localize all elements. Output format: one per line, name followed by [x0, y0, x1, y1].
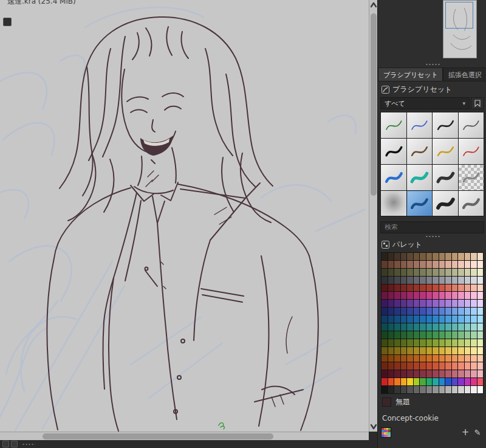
palette-swatch[interactable] [394, 362, 400, 370]
palette-swatch[interactable] [382, 300, 388, 307]
palette-swatch[interactable] [407, 300, 413, 307]
palette-swatch[interactable] [439, 370, 445, 377]
palette-swatch[interactable] [401, 277, 407, 284]
palette-swatch[interactable] [407, 261, 413, 268]
canvas-tab-icon-1[interactable] [2, 441, 9, 447]
palette-swatch[interactable] [445, 269, 451, 276]
palette-swatch[interactable] [445, 315, 451, 323]
palette-swatch[interactable] [433, 315, 439, 323]
palette-swatch[interactable] [414, 308, 420, 315]
palette-swatch[interactable] [433, 292, 439, 299]
palette-swatch[interactable] [458, 253, 464, 260]
canvas-vertical-scrollbar[interactable] [369, 0, 377, 432]
overview-viewport-rect[interactable] [445, 2, 473, 29]
palette-swatch[interactable] [452, 277, 458, 284]
palette-swatch[interactable] [401, 253, 407, 260]
palette-swatch[interactable] [445, 261, 451, 268]
palette-swatch[interactable] [382, 331, 388, 339]
palette-swatch[interactable] [382, 315, 388, 323]
palette-swatch[interactable] [414, 339, 420, 346]
palette-swatch[interactable] [401, 269, 407, 276]
brush-preset-marker-dark[interactable] [433, 165, 458, 190]
palette-swatch[interactable] [382, 347, 388, 354]
palette-swatch[interactable] [458, 347, 464, 354]
palette-swatch[interactable] [414, 355, 420, 362]
palette-swatch[interactable] [445, 331, 451, 339]
palette-swatch[interactable] [407, 292, 413, 299]
palette-swatch[interactable] [433, 331, 439, 339]
palette-swatch[interactable] [465, 253, 471, 260]
palette-swatch[interactable] [388, 308, 394, 315]
palette-swatch[interactable] [401, 323, 407, 331]
palette-swatch[interactable] [414, 378, 420, 385]
palette-swatch[interactable] [433, 378, 439, 385]
palette-swatch[interactable] [465, 339, 471, 346]
palette-swatch[interactable] [458, 300, 464, 307]
palette-swatch[interactable] [420, 339, 426, 346]
palette-swatch[interactable] [401, 331, 407, 339]
brush-preset-pencil-green[interactable] [381, 112, 406, 138]
palette-swatch[interactable] [465, 323, 471, 331]
palette-swatch[interactable] [465, 355, 471, 362]
palette-swatch[interactable] [407, 269, 413, 276]
palette-swatch[interactable] [445, 253, 451, 260]
brush-preset-ink-brush-dark[interactable] [433, 112, 458, 138]
palette-swatch[interactable] [452, 253, 458, 260]
palette-swatch[interactable] [414, 386, 420, 393]
palette-swatch[interactable] [420, 355, 426, 362]
brush-preset-ink-calligraphy-blue[interactable] [407, 112, 433, 138]
palette-swatch[interactable] [382, 378, 388, 385]
palette-swatch[interactable] [407, 386, 413, 393]
palette-swatch[interactable] [426, 347, 433, 354]
palette-swatch[interactable] [445, 292, 451, 299]
palette-swatch[interactable] [414, 300, 420, 307]
palette-swatch[interactable] [382, 284, 388, 292]
palette-swatch[interactable] [445, 284, 451, 292]
palette-swatch[interactable] [471, 308, 477, 315]
palette-swatch[interactable] [433, 355, 439, 362]
palette-swatch[interactable] [458, 292, 464, 299]
palette-swatch[interactable] [394, 253, 400, 260]
palette-swatch[interactable] [394, 277, 400, 284]
palette-swatch[interactable] [407, 347, 413, 354]
palette-swatch[interactable] [382, 386, 388, 393]
brush-preset-ink-pen-black[interactable] [381, 139, 406, 164]
palette-swatch[interactable] [426, 339, 433, 346]
palette-swatch[interactable] [452, 378, 458, 385]
brush-preset-pen-red-curve[interactable] [459, 139, 484, 164]
palette-swatch[interactable] [477, 331, 484, 339]
palette-swatch[interactable] [452, 261, 458, 268]
palette-swatch[interactable] [414, 261, 420, 268]
horizontal-scroll-thumb[interactable] [43, 433, 273, 439]
palette-swatch[interactable] [388, 284, 394, 292]
palette-swatch[interactable] [388, 292, 394, 299]
palette-swatch[interactable] [414, 370, 420, 377]
scroll-down-icon[interactable] [369, 422, 378, 432]
palette-swatch[interactable] [426, 300, 433, 307]
palette-swatch[interactable] [401, 308, 407, 315]
palette-swatch[interactable] [414, 277, 420, 284]
palette-swatch[interactable] [433, 308, 439, 315]
palette-swatch[interactable] [477, 386, 484, 393]
palette-swatch[interactable] [439, 331, 445, 339]
canvas-horizontal-scrollbar[interactable] [0, 432, 369, 440]
palette-swatch[interactable] [394, 315, 400, 323]
palette-swatch[interactable] [458, 339, 464, 346]
palette-swatch[interactable] [452, 269, 458, 276]
palette-swatch[interactable] [407, 378, 413, 385]
palette-swatch[interactable] [452, 323, 458, 331]
palette-swatch[interactable] [465, 300, 471, 307]
palette-swatch[interactable] [426, 261, 433, 268]
palette-swatch[interactable] [394, 339, 400, 346]
palette-swatch[interactable] [433, 261, 439, 268]
palette-swatch[interactable] [414, 331, 420, 339]
palette-swatch[interactable] [388, 331, 394, 339]
brush-preset-airbrush-soft[interactable] [381, 191, 406, 216]
palette-swatch[interactable] [465, 269, 471, 276]
palette-swatch[interactable] [433, 339, 439, 346]
palette-swatch[interactable] [388, 315, 394, 323]
palette-swatch[interactable] [407, 253, 413, 260]
palette-swatch[interactable] [452, 355, 458, 362]
canvas-area[interactable]: 速達.kra (25.4 MiB) [0, 0, 369, 432]
brush-preset-round-brush-dark[interactable] [433, 191, 458, 216]
